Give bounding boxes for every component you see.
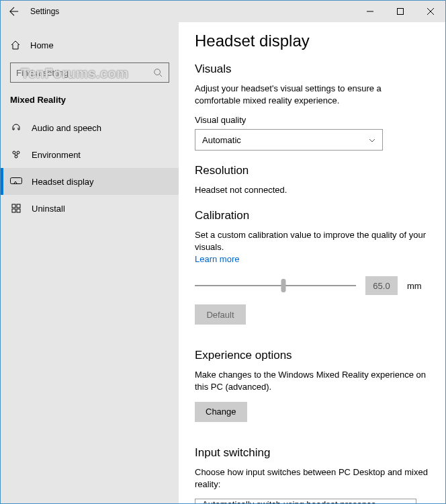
input-switching-dropdown[interactable]: Automatically switch using headset prese…: [195, 499, 416, 503]
headset-icon: [10, 122, 22, 134]
visuals-desc: Adjust your headset's visual settings to…: [195, 83, 429, 107]
input-heading: Input switching: [195, 446, 429, 460]
close-icon: [427, 8, 434, 15]
category-header: Mixed Reality: [1, 95, 179, 114]
svg-rect-12: [12, 204, 15, 208]
window-title: Settings: [28, 7, 355, 16]
sidebar: TenForums.com Home Mixed Reality Audio a…: [1, 22, 179, 503]
uninstall-icon: [10, 202, 22, 214]
sidebar-item-headset-display[interactable]: Headset display: [1, 168, 179, 195]
maximize-icon: [397, 8, 404, 15]
svg-point-7: [17, 151, 19, 154]
chevron-down-icon: [369, 136, 375, 144]
search-input[interactable]: [16, 68, 152, 78]
input-desc: Choose how input switches between PC Des…: [195, 466, 429, 491]
svg-point-4: [154, 69, 161, 75]
resolution-heading: Resolution: [195, 164, 429, 177]
back-arrow-icon: [9, 7, 19, 16]
nav-label: Environment: [32, 150, 81, 160]
nav-label: Audio and speech: [32, 123, 101, 133]
search-box[interactable]: [10, 62, 169, 83]
svg-rect-15: [17, 209, 20, 212]
visual-quality-label: Visual quality: [195, 115, 429, 125]
dropdown-value: Automatically switch using headset prese…: [202, 499, 402, 503]
titlebar: Settings: [1, 1, 445, 22]
svg-point-8: [15, 155, 17, 158]
minimize-button[interactable]: [355, 1, 385, 22]
nav-label: Headset display: [32, 177, 94, 187]
calibration-value: 65.0: [365, 276, 398, 295]
nav-label: Uninstall: [32, 204, 65, 214]
home-icon: [10, 40, 21, 50]
visuals-heading: Visuals: [195, 62, 429, 76]
home-nav[interactable]: Home: [1, 33, 179, 57]
calibration-unit: mm: [407, 281, 422, 291]
svg-line-9: [15, 154, 15, 155]
minimize-icon: [367, 8, 373, 15]
sidebar-item-audio[interactable]: Audio and speech: [1, 114, 179, 141]
sidebar-item-uninstall[interactable]: Uninstall: [1, 195, 179, 222]
default-button[interactable]: Default: [195, 304, 246, 325]
maximize-button[interactable]: [385, 1, 415, 22]
slider-thumb[interactable]: [281, 279, 286, 292]
change-button[interactable]: Change: [195, 402, 247, 422]
sidebar-item-environment[interactable]: Environment: [1, 141, 179, 168]
svg-rect-14: [12, 209, 15, 212]
calibration-slider-row: 65.0 mm: [195, 276, 429, 295]
svg-point-6: [13, 151, 15, 154]
dropdown-value: Automatic: [202, 135, 241, 145]
window-controls: [355, 1, 445, 22]
svg-rect-13: [17, 204, 20, 208]
experience-heading: Experience options: [195, 349, 429, 362]
svg-line-10: [17, 154, 17, 155]
calibration-slider[interactable]: [195, 285, 356, 286]
svg-line-5: [160, 75, 163, 77]
svg-rect-1: [397, 9, 403, 15]
content-pane: Headset display Visuals Adjust your head…: [179, 22, 445, 503]
page-title: Headset display: [195, 32, 429, 50]
resolution-desc: Headset not connected.: [195, 184, 429, 196]
learn-more-link[interactable]: Learn more: [195, 254, 239, 264]
search-icon: [152, 67, 163, 78]
close-button[interactable]: [415, 1, 445, 22]
home-label: Home: [30, 40, 54, 50]
experience-desc: Make changes to the Windows Mixed Realit…: [195, 369, 429, 393]
visual-quality-dropdown[interactable]: Automatic: [195, 129, 383, 151]
environment-icon: [10, 149, 22, 161]
back-button[interactable]: [1, 1, 28, 22]
headset-display-icon: [10, 175, 22, 187]
calibration-heading: Calibration: [195, 209, 429, 222]
calibration-desc: Set a custom calibration value to improv…: [195, 229, 429, 266]
